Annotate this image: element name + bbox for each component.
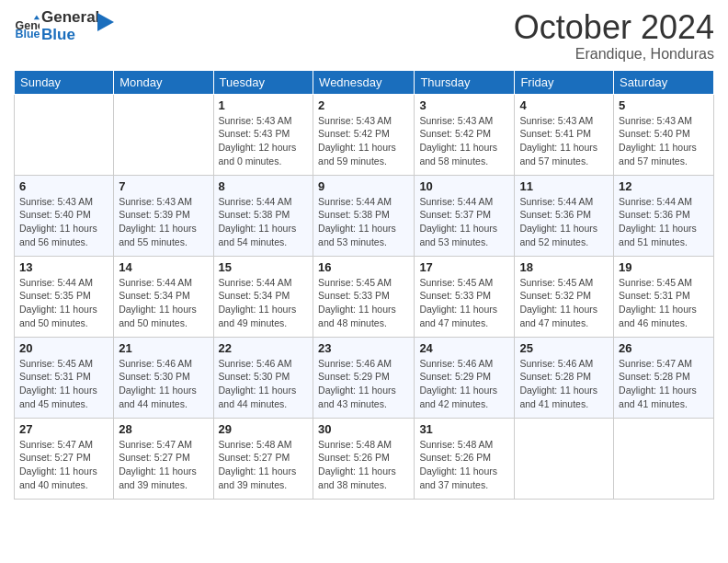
- calendar-cell: 19Sunrise: 5:45 AMSunset: 5:31 PMDayligh…: [614, 256, 714, 337]
- header-row: SundayMondayTuesdayWednesdayThursdayFrid…: [15, 70, 714, 94]
- calendar-cell: 14Sunrise: 5:44 AMSunset: 5:34 PMDayligh…: [114, 256, 213, 337]
- day-detail: Sunrise: 5:45 AMSunset: 5:32 PMDaylight:…: [519, 276, 609, 330]
- calendar-cell: 8Sunrise: 5:44 AMSunset: 5:38 PMDaylight…: [213, 175, 313, 256]
- calendar-cell: 9Sunrise: 5:44 AMSunset: 5:38 PMDaylight…: [313, 175, 415, 256]
- day-detail: Sunrise: 5:43 AMSunset: 5:40 PMDaylight:…: [19, 195, 108, 249]
- day-detail: Sunrise: 5:46 AMSunset: 5:29 PMDaylight:…: [419, 357, 509, 411]
- day-detail: Sunrise: 5:48 AMSunset: 5:27 PMDaylight:…: [219, 438, 309, 492]
- day-number: 9: [318, 179, 409, 193]
- calendar-cell: 22Sunrise: 5:46 AMSunset: 5:30 PMDayligh…: [213, 337, 313, 418]
- calendar-cell: [15, 94, 114, 175]
- day-number: 10: [419, 179, 509, 193]
- svg-text:Blue: Blue: [16, 28, 40, 40]
- calendar-cell: 26Sunrise: 5:47 AMSunset: 5:28 PMDayligh…: [614, 337, 714, 418]
- day-detail: Sunrise: 5:44 AMSunset: 5:36 PMDaylight:…: [619, 195, 709, 249]
- calendar-cell: 1Sunrise: 5:43 AMSunset: 5:43 PMDaylight…: [213, 94, 313, 175]
- day-detail: Sunrise: 5:45 AMSunset: 5:31 PMDaylight:…: [619, 276, 709, 330]
- calendar-cell: 20Sunrise: 5:45 AMSunset: 5:31 PMDayligh…: [15, 337, 114, 418]
- day-number: 13: [19, 260, 108, 274]
- day-number: 15: [219, 260, 309, 274]
- logo: General Blue General Blue: [14, 9, 114, 43]
- header-day-tuesday: Tuesday: [213, 70, 313, 94]
- day-number: 14: [119, 260, 208, 274]
- day-number: 7: [119, 179, 208, 193]
- day-detail: Sunrise: 5:43 AMSunset: 5:41 PMDaylight:…: [519, 114, 609, 168]
- day-number: 3: [419, 98, 509, 112]
- calendar-cell: 16Sunrise: 5:45 AMSunset: 5:33 PMDayligh…: [313, 256, 415, 337]
- day-number: 19: [619, 260, 709, 274]
- day-number: 17: [419, 260, 509, 274]
- calendar-cell: 23Sunrise: 5:46 AMSunset: 5:29 PMDayligh…: [313, 337, 415, 418]
- week-row-5: 27Sunrise: 5:47 AMSunset: 5:27 PMDayligh…: [15, 418, 714, 499]
- calendar-table: SundayMondayTuesdayWednesdayThursdayFrid…: [14, 70, 714, 500]
- header-day-monday: Monday: [114, 70, 213, 94]
- header: General Blue General Blue October 2024 E…: [14, 9, 714, 63]
- day-number: 11: [519, 179, 609, 193]
- day-detail: Sunrise: 5:45 AMSunset: 5:33 PMDaylight:…: [419, 276, 509, 330]
- calendar-cell: 21Sunrise: 5:46 AMSunset: 5:30 PMDayligh…: [114, 337, 213, 418]
- day-detail: Sunrise: 5:47 AMSunset: 5:28 PMDaylight:…: [619, 357, 709, 411]
- day-number: 28: [119, 422, 208, 436]
- day-number: 5: [619, 98, 709, 112]
- day-number: 4: [519, 98, 609, 112]
- calendar-cell: 27Sunrise: 5:47 AMSunset: 5:27 PMDayligh…: [15, 418, 114, 499]
- day-detail: Sunrise: 5:44 AMSunset: 5:38 PMDaylight:…: [219, 195, 309, 249]
- calendar-cell: 6Sunrise: 5:43 AMSunset: 5:40 PMDaylight…: [15, 175, 114, 256]
- calendar-cell: 31Sunrise: 5:48 AMSunset: 5:26 PMDayligh…: [415, 418, 515, 499]
- day-number: 29: [219, 422, 309, 436]
- calendar-cell: 15Sunrise: 5:44 AMSunset: 5:34 PMDayligh…: [213, 256, 313, 337]
- calendar-cell: 3Sunrise: 5:43 AMSunset: 5:42 PMDaylight…: [415, 94, 515, 175]
- day-detail: Sunrise: 5:44 AMSunset: 5:37 PMDaylight:…: [419, 195, 509, 249]
- header-day-wednesday: Wednesday: [313, 70, 415, 94]
- calendar-cell: 29Sunrise: 5:48 AMSunset: 5:27 PMDayligh…: [213, 418, 313, 499]
- calendar-cell: 17Sunrise: 5:45 AMSunset: 5:33 PMDayligh…: [415, 256, 515, 337]
- calendar-cell: 4Sunrise: 5:43 AMSunset: 5:41 PMDaylight…: [515, 94, 614, 175]
- day-number: 31: [419, 422, 509, 436]
- calendar-cell: 30Sunrise: 5:48 AMSunset: 5:26 PMDayligh…: [313, 418, 415, 499]
- day-number: 1: [219, 98, 309, 112]
- day-detail: Sunrise: 5:46 AMSunset: 5:30 PMDaylight:…: [219, 357, 309, 411]
- calendar-cell: 11Sunrise: 5:44 AMSunset: 5:36 PMDayligh…: [515, 175, 614, 256]
- day-detail: Sunrise: 5:44 AMSunset: 5:34 PMDaylight:…: [219, 276, 309, 330]
- day-detail: Sunrise: 5:46 AMSunset: 5:30 PMDaylight:…: [119, 357, 208, 411]
- calendar-cell: 28Sunrise: 5:47 AMSunset: 5:27 PMDayligh…: [114, 418, 213, 499]
- day-number: 30: [318, 422, 409, 436]
- day-number: 20: [19, 341, 108, 355]
- page: General Blue General Blue October 2024 E…: [0, 0, 728, 563]
- day-detail: Sunrise: 5:44 AMSunset: 5:34 PMDaylight:…: [119, 276, 208, 330]
- day-number: 18: [519, 260, 609, 274]
- day-detail: Sunrise: 5:47 AMSunset: 5:27 PMDaylight:…: [19, 438, 108, 492]
- calendar-cell: 7Sunrise: 5:43 AMSunset: 5:39 PMDaylight…: [114, 175, 213, 256]
- day-detail: Sunrise: 5:43 AMSunset: 5:40 PMDaylight:…: [619, 114, 709, 168]
- day-detail: Sunrise: 5:44 AMSunset: 5:35 PMDaylight:…: [19, 276, 108, 330]
- calendar-cell: [614, 418, 714, 499]
- week-row-3: 13Sunrise: 5:44 AMSunset: 5:35 PMDayligh…: [15, 256, 714, 337]
- month-title: October 2024: [514, 9, 714, 46]
- calendar-cell: 13Sunrise: 5:44 AMSunset: 5:35 PMDayligh…: [15, 256, 114, 337]
- day-detail: Sunrise: 5:46 AMSunset: 5:28 PMDaylight:…: [519, 357, 609, 411]
- logo-general: General: [41, 9, 99, 27]
- calendar-cell: 5Sunrise: 5:43 AMSunset: 5:40 PMDaylight…: [614, 94, 714, 175]
- header-day-friday: Friday: [515, 70, 614, 94]
- logo-blue: Blue: [41, 27, 99, 44]
- calendar-cell: 25Sunrise: 5:46 AMSunset: 5:28 PMDayligh…: [515, 337, 614, 418]
- calendar-cell: 18Sunrise: 5:45 AMSunset: 5:32 PMDayligh…: [515, 256, 614, 337]
- logo-arrow-icon: [97, 13, 114, 31]
- day-detail: Sunrise: 5:44 AMSunset: 5:38 PMDaylight:…: [318, 195, 409, 249]
- day-detail: Sunrise: 5:44 AMSunset: 5:36 PMDaylight:…: [519, 195, 609, 249]
- day-number: 26: [619, 341, 709, 355]
- day-number: 16: [318, 260, 409, 274]
- day-detail: Sunrise: 5:43 AMSunset: 5:39 PMDaylight:…: [119, 195, 208, 249]
- day-detail: Sunrise: 5:45 AMSunset: 5:33 PMDaylight:…: [318, 276, 409, 330]
- day-detail: Sunrise: 5:43 AMSunset: 5:42 PMDaylight:…: [318, 114, 409, 168]
- header-day-sunday: Sunday: [15, 70, 114, 94]
- day-number: 24: [419, 341, 509, 355]
- location: Erandique, Honduras: [514, 46, 714, 63]
- svg-marker-1: [34, 15, 40, 19]
- week-row-1: 1Sunrise: 5:43 AMSunset: 5:43 PMDaylight…: [15, 94, 714, 175]
- day-number: 6: [19, 179, 108, 193]
- day-number: 12: [619, 179, 709, 193]
- day-number: 25: [519, 341, 609, 355]
- day-detail: Sunrise: 5:47 AMSunset: 5:27 PMDaylight:…: [119, 438, 208, 492]
- title-block: October 2024 Erandique, Honduras: [514, 9, 714, 63]
